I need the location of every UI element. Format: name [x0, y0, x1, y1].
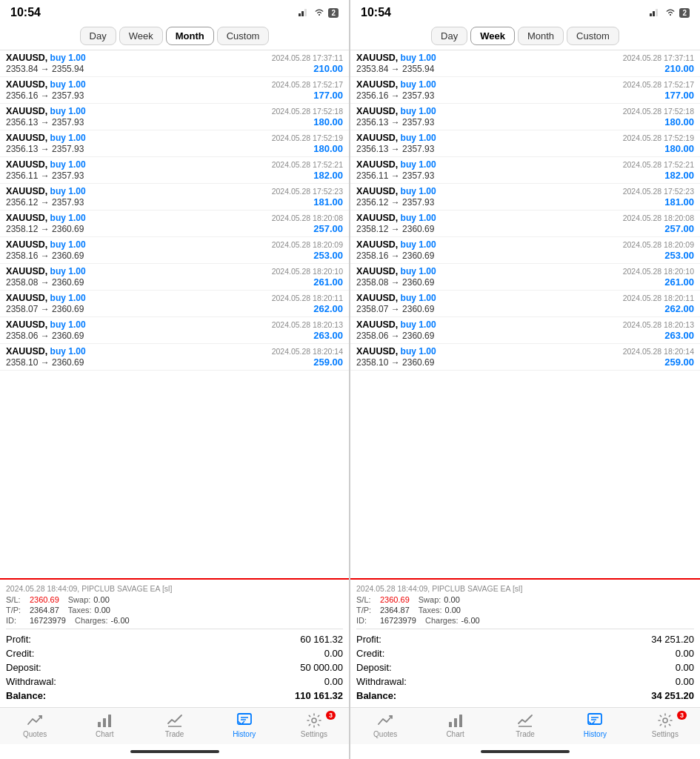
- status-icons: 2: [299, 7, 339, 19]
- trade-symbol-action: XAUUSD, buy 1.00: [356, 213, 436, 223]
- history-icon: [236, 712, 253, 729]
- trade-item[interactable]: XAUUSD, buy 1.00 2024.05.28 17:37:11 235…: [350, 50, 700, 77]
- nav-item-quotes[interactable]: Quotes: [0, 712, 70, 738]
- nav-item-quotes[interactable]: Quotes: [350, 712, 420, 738]
- trade-item[interactable]: XAUUSD, buy 1.00 2024.05.28 18:20:13 235…: [350, 317, 700, 344]
- trade-item[interactable]: XAUUSD, buy 1.00 2024.05.28 17:52:21 235…: [0, 157, 349, 184]
- trade-item[interactable]: XAUUSD, buy 1.00 2024.05.28 18:20:13 235…: [0, 317, 349, 344]
- taxes-value: 0.00: [95, 606, 110, 614]
- tab-day[interactable]: Day: [80, 27, 116, 45]
- svg-point-15: [670, 14, 671, 16]
- tab-custom[interactable]: Custom: [567, 27, 619, 45]
- trade-symbol-action: XAUUSD, buy 1.00: [356, 186, 436, 196]
- svg-rect-0: [299, 13, 301, 16]
- charges-col: Charges: -6.00: [425, 616, 480, 625]
- trade-item[interactable]: XAUUSD, buy 1.00 2024.05.28 17:37:11 235…: [0, 50, 349, 77]
- deposit-value: 0.00: [676, 662, 694, 673]
- trade-prices: 2356.12 → 2357.93: [356, 197, 434, 208]
- trade-item[interactable]: XAUUSD, buy 1.00 2024.05.28 17:52:17 235…: [0, 77, 349, 104]
- tab-week[interactable]: Week: [119, 27, 163, 45]
- nav-item-trade[interactable]: Trade: [490, 712, 560, 738]
- profit-label: Profit:: [6, 634, 31, 645]
- trade-item[interactable]: XAUUSD, buy 1.00 2024.05.28 18:20:10 235…: [350, 264, 700, 291]
- taxes-label: Taxes:: [419, 606, 442, 614]
- tab-week[interactable]: Week: [470, 27, 515, 45]
- tab-day[interactable]: Day: [431, 27, 467, 45]
- trade-header-row: XAUUSD, buy 1.00 2024.05.28 17:52:18: [356, 106, 694, 116]
- trade-item[interactable]: XAUUSD, buy 1.00 2024.05.28 18:20:08 235…: [0, 211, 349, 237]
- trade-item[interactable]: XAUUSD, buy 1.00 2024.05.28 18:20:14 235…: [350, 344, 700, 371]
- trade-item[interactable]: XAUUSD, buy 1.00 2024.05.28 18:20:09 235…: [350, 237, 700, 264]
- nav-item-chart[interactable]: Chart: [70, 712, 139, 738]
- tab-month[interactable]: Month: [518, 27, 564, 45]
- trade-symbol: XAUUSD,: [356, 159, 398, 170]
- trade-item[interactable]: XAUUSD, buy 1.00 2024.05.28 18:20:10 235…: [0, 264, 349, 291]
- chart-icon: [447, 712, 464, 729]
- trade-profit: 210.00: [313, 63, 343, 74]
- trade-profit: 257.00: [313, 223, 343, 234]
- trade-profit: 263.00: [664, 330, 694, 341]
- taxes-value: 0.00: [445, 606, 461, 614]
- swap-value: 0.00: [444, 595, 459, 604]
- trade-prices-row: 2358.07 → 2360.69 262.00: [356, 303, 694, 314]
- nav-item-history[interactable]: History: [560, 712, 630, 738]
- nav-item-history[interactable]: History: [210, 712, 279, 738]
- trade-date: 2024.05.28 17:52:18: [272, 107, 343, 116]
- tp-label: T/P:: [6, 606, 27, 614]
- balance-row: Balance: 34 251.20: [356, 689, 694, 703]
- trade-item[interactable]: XAUUSD, buy 1.00 2024.05.28 18:20:11 235…: [0, 291, 349, 317]
- sl-label: S/L:: [356, 595, 377, 604]
- trade-item[interactable]: XAUUSD, buy 1.00 2024.05.28 17:52:18 235…: [350, 104, 700, 130]
- trade-header-row: XAUUSD, buy 1.00 2024.05.28 17:52:21: [356, 159, 694, 170]
- tab-custom[interactable]: Custom: [217, 27, 270, 45]
- screen-right: 10:54 2 DayWeekMonthCustom XAUUSD, buy 1…: [350, 0, 700, 759]
- nav-item-chart[interactable]: Chart: [420, 712, 490, 738]
- trade-symbol-action: XAUUSD, buy 1.00: [6, 266, 86, 276]
- settings-icon: [306, 712, 322, 729]
- trade-date: 2024.05.28 18:20:09: [272, 240, 343, 249]
- nav-label-quotes: Quotes: [373, 730, 397, 738]
- trade-prices-row: 2353.84 → 2355.94 210.00: [6, 63, 343, 74]
- trade-header-row: XAUUSD, buy 1.00 2024.05.28 18:20:09: [6, 239, 343, 250]
- trade-profit: 180.00: [313, 116, 343, 127]
- trade-item[interactable]: XAUUSD, buy 1.00 2024.05.28 17:52:18 235…: [0, 104, 349, 130]
- credit-value: 0.00: [676, 648, 694, 659]
- trade-symbol: XAUUSD,: [356, 186, 398, 196]
- trade-prices-row: 2358.08 → 2360.69 261.00: [356, 276, 694, 288]
- svg-rect-13: [653, 11, 655, 16]
- trade-item[interactable]: XAUUSD, buy 1.00 2024.05.28 17:52:21 235…: [350, 157, 700, 184]
- trade-item[interactable]: XAUUSD, buy 1.00 2024.05.28 18:20:11 235…: [350, 291, 700, 317]
- trade-prices-row: 2358.16 → 2360.69 253.00: [356, 250, 694, 261]
- trade-profit: 210.00: [664, 63, 694, 74]
- trade-symbol-action: XAUUSD, buy 1.00: [356, 53, 436, 63]
- withdrawal-value: 0.00: [324, 676, 343, 687]
- trade-symbol: XAUUSD,: [6, 293, 47, 303]
- trade-item[interactable]: XAUUSD, buy 1.00 2024.05.28 18:20:14 235…: [0, 344, 349, 371]
- trade-symbol-action: XAUUSD, buy 1.00: [6, 159, 86, 170]
- tab-month[interactable]: Month: [166, 27, 214, 45]
- trade-item[interactable]: XAUUSD, buy 1.00 2024.05.28 17:52:19 235…: [350, 130, 700, 157]
- trade-date: 2024.05.28 17:52:23: [272, 187, 343, 196]
- trade-prices-row: 2356.11 → 2357.93 182.00: [356, 170, 694, 181]
- trade-item[interactable]: XAUUSD, buy 1.00 2024.05.28 18:20:09 235…: [0, 237, 349, 264]
- nav-label-chart: Chart: [446, 730, 464, 738]
- trade-item[interactable]: XAUUSD, buy 1.00 2024.05.28 17:52:23 235…: [350, 184, 700, 211]
- trade-item[interactable]: XAUUSD, buy 1.00 2024.05.28 17:52:23 235…: [0, 184, 349, 211]
- nav-item-trade[interactable]: Trade: [139, 712, 209, 738]
- svg-rect-17: [454, 718, 457, 727]
- withdrawal-label: Withdrawal:: [6, 676, 56, 687]
- trade-date: 2024.05.28 17:52:21: [623, 160, 694, 169]
- nav-item-settings[interactable]: Settings 3: [630, 712, 700, 738]
- trade-profit: 253.00: [664, 250, 694, 261]
- trade-prices: 2358.06 → 2360.69: [6, 331, 84, 341]
- trade-item[interactable]: XAUUSD, buy 1.00 2024.05.28 17:52:17 235…: [350, 77, 700, 104]
- trade-header-row: XAUUSD, buy 1.00 2024.05.28 17:52:23: [6, 186, 343, 196]
- trade-prices: 2353.84 → 2355.94: [356, 64, 434, 74]
- nav-item-settings[interactable]: Settings 3: [279, 712, 349, 738]
- trade-profit: 259.00: [313, 357, 343, 368]
- trade-item[interactable]: XAUUSD, buy 1.00 2024.05.28 17:52:19 235…: [0, 130, 349, 157]
- trade-item[interactable]: XAUUSD, buy 1.00 2024.05.28 18:20:08 235…: [350, 211, 700, 237]
- trade-prices: 2358.08 → 2360.69: [356, 277, 434, 288]
- withdrawal-row: Withdrawal: 0.00: [356, 675, 694, 689]
- trade-prices-row: 2356.13 → 2357.93 180.00: [356, 116, 694, 127]
